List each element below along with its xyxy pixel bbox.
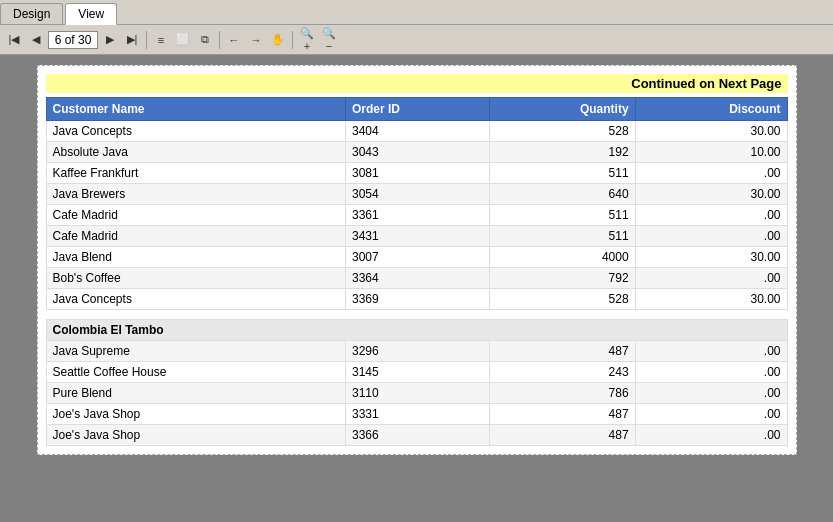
cell-discount: .00 <box>635 205 787 226</box>
cell-orderid: 3404 <box>345 121 489 142</box>
cell-orderid: 3145 <box>345 362 489 383</box>
cell-quantity: 528 <box>490 289 636 310</box>
cell-orderid: 3364 <box>345 268 489 289</box>
cell-discount: .00 <box>635 383 787 404</box>
cell-discount: .00 <box>635 226 787 247</box>
report-table: Customer Name Order ID Quantity Discount… <box>46 97 788 446</box>
table-row: Java Concepts 3404 528 30.00 <box>46 121 787 142</box>
cell-orderid: 3431 <box>345 226 489 247</box>
cell-orderid: 3043 <box>345 142 489 163</box>
prev-page-button[interactable]: ◀ <box>26 30 46 50</box>
next-page-button[interactable]: ▶ <box>100 30 120 50</box>
last-page-button[interactable]: ▶| <box>122 30 142 50</box>
zoom-out-button[interactable]: 🔍− <box>319 30 339 50</box>
group-header-label: Colombia El Tambo <box>46 320 787 341</box>
cell-discount: .00 <box>635 163 787 184</box>
tab-bar: Design View <box>0 0 833 25</box>
cell-orderid: 3054 <box>345 184 489 205</box>
cell-discount: 30.00 <box>635 247 787 268</box>
cell-quantity: 192 <box>490 142 636 163</box>
cell-customer: Java Blend <box>46 247 345 268</box>
cell-customer: Cafe Madrid <box>46 205 345 226</box>
cell-customer: Java Concepts <box>46 121 345 142</box>
cell-quantity: 487 <box>490 425 636 446</box>
table-row: Joe's Java Shop 3366 487 .00 <box>46 425 787 446</box>
table-header-row: Customer Name Order ID Quantity Discount <box>46 98 787 121</box>
cell-customer: Absolute Java <box>46 142 345 163</box>
cell-customer: Cafe Madrid <box>46 226 345 247</box>
list-view-button[interactable]: ≡ <box>151 30 171 50</box>
group-header-row: Colombia El Tambo <box>46 320 787 341</box>
cell-discount: 10.00 <box>635 142 787 163</box>
cell-quantity: 640 <box>490 184 636 205</box>
tab-design[interactable]: Design <box>0 3 63 24</box>
cell-orderid: 3369 <box>345 289 489 310</box>
cell-customer: Bob's Coffee <box>46 268 345 289</box>
table-row: Kaffee Frankfurt 3081 511 .00 <box>46 163 787 184</box>
separator-2 <box>219 31 220 49</box>
pan-button[interactable]: ✋ <box>268 30 288 50</box>
continued-banner: Continued on Next Page <box>46 74 788 93</box>
table-row: Java Supreme 3296 487 .00 <box>46 341 787 362</box>
cell-customer: Joe's Java Shop <box>46 404 345 425</box>
table-row: Java Brewers 3054 640 30.00 <box>46 184 787 205</box>
zoom-in-button[interactable]: 🔍+ <box>297 30 317 50</box>
cell-quantity: 786 <box>490 383 636 404</box>
table-row: Java Blend 3007 4000 30.00 <box>46 247 787 268</box>
separator-3 <box>292 31 293 49</box>
table-row: Pure Blend 3110 786 .00 <box>46 383 787 404</box>
cell-discount: 30.00 <box>635 289 787 310</box>
col-header-customer: Customer Name <box>46 98 345 121</box>
content-area: Continued on Next Page Customer Name Ord… <box>0 55 833 522</box>
col-header-discount: Discount <box>635 98 787 121</box>
table-row: Absolute Java 3043 192 10.00 <box>46 142 787 163</box>
table-row: Java Concepts 3369 528 30.00 <box>46 289 787 310</box>
cell-discount: .00 <box>635 268 787 289</box>
cell-customer: Seattle Coffee House <box>46 362 345 383</box>
table-row: Cafe Madrid 3361 511 .00 <box>46 205 787 226</box>
cell-orderid: 3110 <box>345 383 489 404</box>
cell-discount: 30.00 <box>635 121 787 142</box>
table-row: Cafe Madrid 3431 511 .00 <box>46 226 787 247</box>
cell-discount: .00 <box>635 425 787 446</box>
table-row: Seattle Coffee House 3145 243 .00 <box>46 362 787 383</box>
cell-customer: Pure Blend <box>46 383 345 404</box>
tab-view[interactable]: View <box>65 3 117 25</box>
cell-orderid: 3366 <box>345 425 489 446</box>
first-page-button[interactable]: |◀ <box>4 30 24 50</box>
back-button[interactable]: ← <box>224 30 244 50</box>
cell-quantity: 4000 <box>490 247 636 268</box>
page-view-button[interactable]: ⬜ <box>173 30 193 50</box>
cell-discount: .00 <box>635 341 787 362</box>
cell-discount: .00 <box>635 362 787 383</box>
col-header-quantity: Quantity <box>490 98 636 121</box>
cell-quantity: 487 <box>490 341 636 362</box>
forward-button[interactable]: → <box>246 30 266 50</box>
cell-orderid: 3081 <box>345 163 489 184</box>
cell-quantity: 243 <box>490 362 636 383</box>
col-header-orderid: Order ID <box>345 98 489 121</box>
cell-orderid: 3007 <box>345 247 489 268</box>
cell-orderid: 3361 <box>345 205 489 226</box>
table-row: Bob's Coffee 3364 792 .00 <box>46 268 787 289</box>
table-row: Joe's Java Shop 3331 487 .00 <box>46 404 787 425</box>
cell-orderid: 3296 <box>345 341 489 362</box>
cell-customer: Joe's Java Shop <box>46 425 345 446</box>
cell-customer: Kaffee Frankfurt <box>46 163 345 184</box>
cell-quantity: 511 <box>490 205 636 226</box>
report-page: Continued on Next Page Customer Name Ord… <box>37 65 797 455</box>
toolbar: |◀ ◀ 6 of 30 ▶ ▶| ≡ ⬜ ⧉ ← → ✋ 🔍+ 🔍− <box>0 25 833 55</box>
cell-quantity: 792 <box>490 268 636 289</box>
cell-discount: 30.00 <box>635 184 787 205</box>
cell-customer: Java Concepts <box>46 289 345 310</box>
cell-quantity: 511 <box>490 226 636 247</box>
page-indicator: 6 of 30 <box>48 31 98 49</box>
cell-quantity: 487 <box>490 404 636 425</box>
cell-discount: .00 <box>635 404 787 425</box>
cell-customer: Java Brewers <box>46 184 345 205</box>
separator-1 <box>146 31 147 49</box>
cell-orderid: 3331 <box>345 404 489 425</box>
cell-customer: Java Supreme <box>46 341 345 362</box>
cell-quantity: 511 <box>490 163 636 184</box>
copy-button[interactable]: ⧉ <box>195 30 215 50</box>
